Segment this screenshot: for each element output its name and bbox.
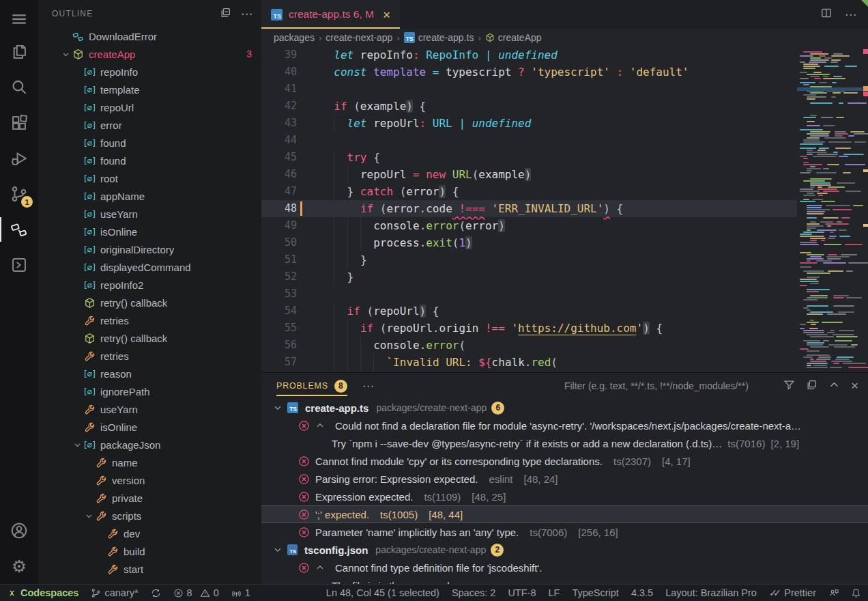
cursor-position[interactable]: Ln 48, Col 45 (1 selected): [326, 587, 439, 598]
chevron-down-icon[interactable]: [59, 50, 72, 59]
symbols-view-icon[interactable]: [0, 212, 38, 247]
code-line-42[interactable]: 42if (example) {: [261, 98, 797, 115]
ts-version[interactable]: 4.3.5: [631, 587, 653, 598]
encoding[interactable]: UTF-8: [508, 587, 536, 598]
code-line-44[interactable]: 44: [261, 132, 797, 149]
problems-group-create-app-ts[interactable]: TScreate-app.tspackages/create-next-app6: [261, 399, 868, 417]
code-line-53[interactable]: 53: [261, 285, 797, 303]
outline-item-template[interactable]: [∅]template: [38, 81, 261, 98]
tab-create-app[interactable]: TS create-app.ts 6, M ×: [261, 0, 400, 29]
chevron-down-icon[interactable]: [273, 403, 283, 413]
problems-group-tsconfig-json[interactable]: TStsconfig.jsonpackages/create-next-app2: [261, 541, 868, 559]
outline-item-retries[interactable]: retries: [38, 347, 261, 365]
outline-item-originaldirectory[interactable]: [∅]originalDirectory: [38, 240, 261, 258]
outline-item-isonline[interactable]: isOnline: [38, 418, 261, 436]
code-line-47[interactable]: 47} catch (error) {: [261, 183, 797, 200]
breadcrumb-item-create-next-app[interactable]: create-next-app: [326, 32, 392, 43]
eol[interactable]: LF: [548, 587, 560, 598]
outline-item-found[interactable]: [∅]found: [38, 134, 261, 152]
outline-item-name[interactable]: name: [38, 453, 261, 471]
notifications-bell-icon[interactable]: [851, 588, 861, 598]
outline-item-build[interactable]: build: [38, 542, 261, 560]
outline-item-error[interactable]: [∅]error: [38, 116, 261, 134]
outline-item-ignorepath[interactable]: [∅]ignorePath: [38, 382, 261, 400]
sync-icon[interactable]: [151, 588, 161, 598]
code-line-48[interactable]: 48if (error.code !=== 'ERR_INVALID_URL')…: [261, 200, 797, 217]
problems-filter-input[interactable]: [564, 380, 772, 391]
code-line-52[interactable]: 52}: [261, 268, 797, 285]
code-line-50[interactable]: 50process.exit(1): [261, 234, 797, 251]
panel-layout-icon[interactable]: [806, 379, 818, 393]
problem-row[interactable]: ';' expected.ts(1005)[48, 44]: [261, 505, 868, 523]
source-control-icon[interactable]: 1: [0, 176, 38, 212]
code-line-54[interactable]: 54if (repoUrl) {: [261, 303, 797, 320]
code-line-55[interactable]: 55if (repoUrl.origin !== 'https://github…: [261, 320, 797, 337]
code-line-43[interactable]: 43let repoUrl: URL | undefined: [261, 115, 797, 132]
collapse-all-icon[interactable]: [220, 7, 231, 20]
editor-more-icon[interactable]: ⋯: [845, 8, 857, 22]
chevron-up-icon[interactable]: [315, 421, 330, 430]
filter-icon[interactable]: [783, 379, 795, 393]
chevron-up-icon[interactable]: [315, 563, 330, 572]
account-icon[interactable]: [0, 513, 38, 548]
problem-row[interactable]: Parsing error: Expression expected.eslin…: [261, 470, 868, 488]
code-line-56[interactable]: 56console.error(: [261, 337, 797, 354]
outline-item-private[interactable]: private: [38, 489, 261, 507]
breadcrumb-item-createapp[interactable]: createApp: [485, 32, 542, 43]
code-line-58[interactable]: 58`"${example}"`: [261, 371, 797, 372]
outline-item-version[interactable]: version: [38, 471, 261, 489]
outline-item-isonline[interactable]: [∅]isOnline: [38, 223, 261, 240]
chevron-down-icon[interactable]: [71, 441, 83, 449]
outline-item-downloaderror[interactable]: DownloadError: [38, 27, 261, 45]
code-line-41[interactable]: 41: [261, 81, 797, 98]
problems-summary[interactable]: 8 0: [173, 587, 219, 598]
breadcrumb-item-create-app-ts[interactable]: TScreate-app.ts: [404, 32, 474, 43]
outline-item-reason[interactable]: [∅]reason: [38, 365, 261, 382]
outline-item-retry-callback[interactable]: retry() callback: [38, 329, 261, 347]
feedback-icon[interactable]: [828, 588, 839, 598]
settings-gear-icon[interactable]: ⚙: [0, 548, 38, 584]
problem-row[interactable]: Parameter 'name' implicitly has an 'any'…: [261, 523, 868, 541]
language-mode[interactable]: TypeScript: [572, 587, 619, 598]
indentation[interactable]: Spaces: 2: [452, 587, 496, 598]
outline-item-start[interactable]: start: [38, 560, 261, 578]
layout-item[interactable]: Layout: Brazilian Pro: [665, 587, 757, 598]
outline-item-displayedcommand[interactable]: [∅]displayedCommand: [38, 258, 261, 276]
tab-problems[interactable]: PROBLEMS 8: [276, 373, 347, 399]
run-debug-icon[interactable]: [0, 141, 38, 176]
outline-item-retries[interactable]: retries: [38, 311, 261, 329]
panel-collapse-icon[interactable]: [828, 379, 840, 393]
code-line-51[interactable]: 51}: [261, 251, 797, 268]
tab-close-icon[interactable]: ×: [383, 8, 390, 21]
formatter-item[interactable]: ✓✓ Prettier: [769, 587, 816, 598]
search-icon[interactable]: [0, 70, 38, 105]
explorer-icon[interactable]: [0, 34, 38, 70]
code-line-46[interactable]: 46repoUrl = new URL(example): [261, 166, 797, 183]
code-line-45[interactable]: 45try {: [261, 149, 797, 166]
outline-item-repourl[interactable]: [∅]repoUrl: [38, 98, 261, 116]
outline-item-useyarn[interactable]: useYarn: [38, 400, 261, 418]
git-branch-item[interactable]: canary*: [91, 587, 138, 598]
outline-item-packagejson[interactable]: [∅]packageJson: [38, 436, 261, 453]
outline-item-found[interactable]: [∅]found: [38, 152, 261, 169]
extensions-icon[interactable]: [0, 105, 38, 141]
panel-more-icon[interactable]: ⋯: [362, 379, 375, 393]
problem-row-continuation[interactable]: The file is in the program because:: [261, 576, 868, 584]
outline-item-repoinfo2[interactable]: [∅]repoInfo2: [38, 276, 261, 294]
outline-item-dev[interactable]: dev: [38, 525, 261, 542]
chevron-down-icon[interactable]: [83, 512, 95, 520]
outline-item-retry-callback[interactable]: retry() callback: [38, 294, 261, 311]
code-line-57[interactable]: 57`Invalid URL: ${chalk.red(: [261, 354, 797, 371]
sidebar-more-icon[interactable]: ⋯: [241, 7, 253, 21]
outline-item-appname[interactable]: [∅]appName: [38, 187, 261, 205]
problem-row[interactable]: Cannot find module 'cpy' or its correspo…: [261, 452, 868, 470]
outline-item-scripts[interactable]: scripts: [38, 507, 261, 525]
outline-item-createapp[interactable]: createApp3: [38, 45, 261, 63]
outline-item-root[interactable]: [∅]root: [38, 169, 261, 187]
problem-row[interactable]: Expression expected.ts(1109)[48, 25]: [261, 488, 868, 505]
split-editor-icon[interactable]: [820, 7, 833, 22]
code-editor[interactable]: 39let repoInfo: RepoInfo | undefined40co…: [261, 46, 868, 372]
chevron-down-icon[interactable]: [273, 545, 283, 555]
remote-indicator[interactable]: Codespaces: [7, 587, 78, 598]
menu-icon[interactable]: [0, 4, 38, 34]
